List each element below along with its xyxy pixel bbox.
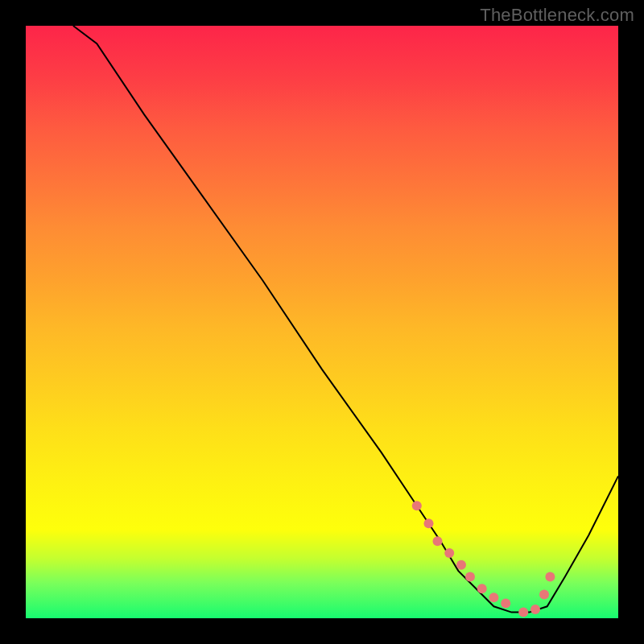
optimal-marker <box>465 572 475 582</box>
optimal-marker <box>477 584 487 593</box>
optimal-marker <box>444 548 454 558</box>
optimal-marker <box>424 518 434 528</box>
optimal-marker <box>518 608 528 617</box>
optimal-marker <box>530 605 540 614</box>
optimal-marker <box>433 536 443 546</box>
optimal-marker <box>412 501 422 510</box>
optimal-band-markers <box>412 501 555 617</box>
optimal-marker <box>456 560 466 570</box>
optimal-marker <box>489 592 498 602</box>
bottleneck-curve <box>73 26 618 613</box>
curve-layer <box>26 26 618 618</box>
chart-frame: TheBottleneck.com <box>0 0 644 644</box>
watermark-text: TheBottleneck.com <box>480 5 634 26</box>
optimal-marker <box>545 572 555 582</box>
optimal-marker <box>501 599 510 609</box>
optimal-marker <box>539 590 549 600</box>
